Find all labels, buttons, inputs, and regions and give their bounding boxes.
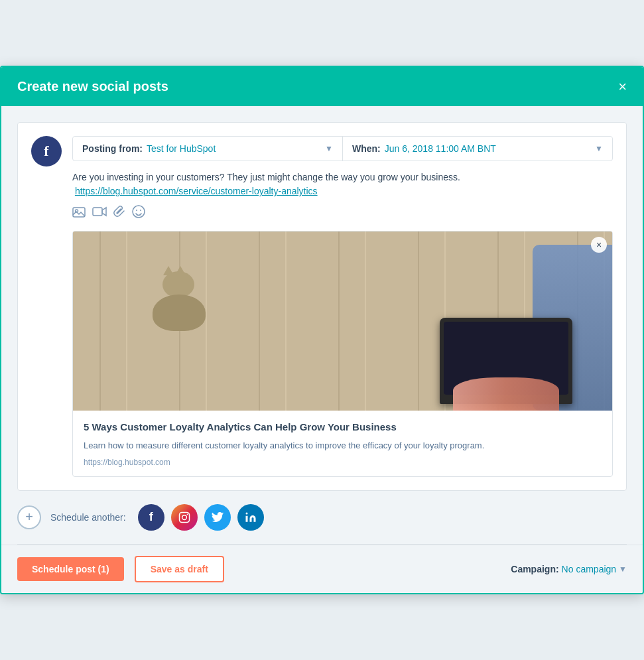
post-text: Are you investing in your customers? The… — [72, 170, 613, 198]
photo-icon[interactable] — [72, 206, 86, 221]
posting-from-label: Posting from: — [82, 143, 143, 154]
preview-url: https://blog.hubspot.com — [84, 458, 602, 467]
svg-point-8 — [186, 513, 188, 515]
modal-title: Create new social posts — [17, 79, 168, 94]
svg-point-7 — [182, 515, 186, 519]
svg-rect-2 — [93, 208, 102, 216]
modal-header: Create new social posts × — [1, 67, 643, 106]
add-facebook-button[interactable]: f — [138, 504, 164, 531]
facebook-avatar: f — [31, 136, 62, 166]
posting-options-row: Posting from: Test for HubSpot ▼ When: J… — [72, 136, 613, 161]
posting-when-selector[interactable]: When: Jun 6, 2018 11:00 AM BNT ▼ — [343, 137, 612, 161]
post-content-area: Posting from: Test for HubSpot ▼ When: J… — [72, 136, 613, 477]
add-post-button[interactable]: + — [17, 505, 41, 529]
campaign-selector[interactable]: Campaign: No campaign ▼ — [511, 564, 627, 574]
campaign-value: No campaign — [562, 564, 617, 574]
add-linkedin-button[interactable] — [237, 504, 264, 531]
post-toolbar — [72, 205, 613, 222]
add-instagram-button[interactable] — [171, 504, 198, 531]
social-network-icons: f — [138, 504, 264, 531]
when-arrow: ▼ — [595, 144, 603, 153]
attach-icon[interactable] — [113, 205, 125, 222]
preview-description: Learn how to measure different customer … — [84, 439, 602, 452]
posting-from-value: Test for HubSpot — [147, 143, 216, 154]
preview-image — [73, 231, 612, 411]
modal-body: f Posting from: Test for HubSpot ▼ When:… — [1, 106, 643, 491]
close-button[interactable]: × — [618, 80, 627, 94]
save-draft-button[interactable]: Save as draft — [135, 556, 224, 582]
svg-rect-0 — [73, 208, 85, 217]
when-value: Jun 6, 2018 11:00 AM BNT — [385, 143, 496, 154]
svg-point-9 — [245, 512, 247, 514]
preview-info: 5 Ways Customer Loyalty Analytics Can He… — [73, 411, 612, 476]
preview-title: 5 Ways Customer Loyalty Analytics Can He… — [84, 420, 602, 434]
posting-from-selector[interactable]: Posting from: Test for HubSpot ▼ — [73, 137, 343, 161]
when-label: When: — [352, 143, 381, 154]
svg-point-3 — [133, 206, 145, 218]
svg-point-4 — [136, 210, 137, 211]
schedule-another-row: + Schedule another: f — [1, 491, 643, 544]
posting-from-arrow: ▼ — [325, 144, 333, 153]
emoji-icon[interactable] — [132, 205, 145, 222]
create-social-post-modal: Create new social posts × f Posting from… — [0, 66, 644, 594]
campaign-label: Campaign: — [511, 564, 558, 574]
cat-decoration — [139, 271, 219, 331]
campaign-dropdown-arrow: ▼ — [619, 564, 627, 574]
video-icon[interactable] — [92, 206, 107, 220]
svg-point-5 — [140, 210, 141, 211]
add-twitter-button[interactable] — [204, 504, 231, 531]
schedule-post-button[interactable]: Schedule post (1) — [17, 557, 124, 581]
schedule-another-label: Schedule another: — [50, 512, 126, 523]
post-text-content: Are you investing in your customers? The… — [72, 172, 460, 182]
modal-footer: Schedule post (1) Save as draft Campaign… — [1, 545, 643, 593]
post-link[interactable]: https://blog.hubspot.com/service/custome… — [75, 186, 318, 196]
post-card: f Posting from: Test for HubSpot ▼ When:… — [17, 122, 627, 491]
link-preview-card: × 5 Ways Customer Loyalty Analytics Can … — [72, 231, 613, 477]
svg-rect-6 — [179, 512, 189, 522]
